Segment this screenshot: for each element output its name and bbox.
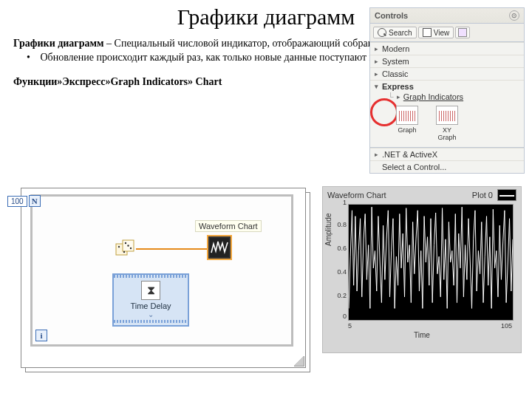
chevron-right-icon: ▸	[397, 93, 400, 100]
ytick: 0.8	[330, 221, 347, 228]
thumb-label: XY Graph	[435, 126, 459, 141]
view-icon	[423, 28, 432, 37]
view-label: View	[434, 29, 450, 37]
chevron-right-icon: ▸	[375, 45, 382, 52]
palette-row-system[interactable]: ▸ System	[370, 55, 524, 67]
row-label: Classic	[382, 69, 519, 78]
search-label: Search	[389, 29, 412, 37]
row-label: Select a Control...	[382, 163, 519, 171]
xtick-max: 105	[501, 322, 512, 330]
ytick: 0.2	[330, 292, 347, 299]
palette-header[interactable]: Controls ⊙	[370, 8, 524, 24]
palette-title: Controls	[375, 11, 408, 20]
row-label: .NET & ActiveX	[382, 150, 519, 159]
search-button[interactable]: Search	[373, 27, 417, 38]
thumb-label: Graph	[395, 126, 419, 134]
waveform-chart-panel: Waveform Chart Plot 0 1 0.8 0.6 0.4 0.2 …	[322, 186, 522, 353]
thumb-graph[interactable]: Graph	[395, 106, 419, 134]
highlight-ring	[370, 98, 398, 126]
palette-toolbar: Search View	[370, 24, 524, 42]
wire	[136, 248, 207, 250]
i-terminal[interactable]: i	[35, 330, 47, 341]
chevron-right-icon: ▸	[375, 70, 382, 78]
x-axis-label: Time	[323, 331, 521, 339]
grid-icon	[458, 28, 467, 37]
row-label: System	[382, 57, 519, 66]
hourglass-icon: ⧗	[141, 281, 160, 300]
row-label: Modern	[382, 44, 519, 53]
graph-indicators-label: Graph Indicators	[403, 92, 463, 101]
waveform-chart-label: Waveform Chart	[195, 220, 262, 232]
svg-point-6	[127, 245, 129, 246]
legend-swatch	[497, 189, 516, 201]
controls-palette: Controls ⊙ Search View ▸ Modern ▸ System…	[369, 7, 525, 174]
palette-row-modern[interactable]: ▸ Modern	[370, 42, 524, 55]
resize-handle[interactable]	[294, 356, 304, 366]
view-button[interactable]: View	[418, 27, 454, 38]
graph-icon	[396, 106, 418, 125]
time-delay-label: Time Delay	[114, 301, 188, 310]
chevron-right-icon: ▸	[375, 58, 382, 65]
search-icon	[378, 28, 386, 37]
svg-point-2	[118, 246, 120, 248]
svg-point-5	[130, 248, 132, 249]
svg-point-3	[123, 251, 125, 253]
ytick: 1	[330, 199, 347, 206]
grid-button[interactable]	[455, 27, 470, 38]
time-delay-node[interactable]: ⧗ Time Delay ⌄	[112, 273, 189, 327]
sheet: 100 N i Waveform Chart	[21, 188, 306, 368]
for-loop[interactable]: 100 N i Waveform Chart	[30, 194, 293, 347]
x-ticks: 5 105	[348, 322, 512, 330]
chevron-right-icon: ▸	[375, 151, 382, 158]
decoration-bottom	[114, 320, 188, 323]
ytick: 0.4	[330, 268, 347, 276]
ytick: 0	[330, 313, 347, 320]
row-label: Express	[382, 82, 519, 91]
chevron-down-icon: ▾	[375, 83, 382, 90]
ytick: 0.6	[330, 245, 347, 252]
xy-graph-icon	[436, 106, 458, 125]
chart-legend[interactable]: Plot 0	[472, 189, 516, 201]
palette-thumbs: Graph XY Graph	[370, 101, 524, 148]
n-terminal[interactable]: 100 N	[7, 195, 41, 207]
n-box: N	[29, 195, 41, 207]
chart-plot-area[interactable]	[348, 204, 514, 321]
palette-sub-graph-indicators[interactable]: └ ▸ Graph Indicators	[370, 92, 524, 101]
y-axis-label: Amplitude	[324, 214, 332, 246]
waveform-chart-terminal[interactable]	[207, 235, 232, 260]
palette-row-express[interactable]: ▾ Express	[370, 80, 524, 92]
random-number-node[interactable]	[115, 239, 136, 257]
block-diagram: 100 N i Waveform Chart	[21, 188, 310, 372]
legend-label: Plot 0	[472, 191, 493, 200]
palette-row-net[interactable]: ▸ .NET & ActiveX	[370, 148, 524, 160]
intro-bold: Графики диаграмм	[13, 38, 104, 49]
thumb-xy-graph[interactable]: XY Graph	[435, 106, 459, 141]
chevron-down-icon[interactable]: ⌄	[114, 310, 188, 318]
xtick-min: 5	[348, 322, 352, 330]
palette-row-select[interactable]: Select a Control...	[370, 160, 524, 173]
y-ticks: 1 0.8 0.6 0.4 0.2 0	[330, 202, 348, 318]
n-value: 100	[7, 196, 27, 207]
palette-row-classic[interactable]: ▸ Classic	[370, 67, 524, 80]
svg-point-4	[125, 242, 126, 244]
pin-icon[interactable]: ⊙	[509, 10, 519, 21]
